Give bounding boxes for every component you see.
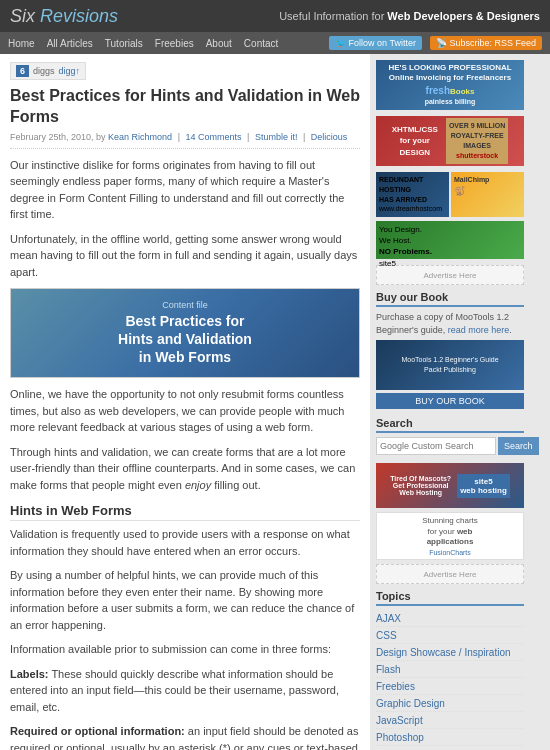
book-image: MooTools 1.2 Beginner's Guide Packt Publ… [376, 340, 524, 390]
main-nav: Home All Articles Tutorials Freebies Abo… [0, 32, 550, 54]
topics-list: AJAX CSS Design Showcase / Inspiration F… [376, 610, 524, 750]
topic-flash: Flash [376, 661, 524, 678]
article-p7: Information available prior to submissio… [10, 641, 360, 658]
sidebar-book-text: Purchase a copy of MooTools 1.2 Beginner… [376, 311, 524, 336]
twitter-link[interactable]: 🐦 Follow on Twitter [329, 36, 422, 50]
site-header: Six Revisions Useful Information for Web… [0, 0, 550, 32]
article-p3: Online, we have the opportunity to not o… [10, 386, 360, 436]
topic-graphic: Graphic Design [376, 695, 524, 712]
nav-home[interactable]: Home [8, 38, 35, 49]
sidebar-search-heading: Search [376, 417, 524, 433]
featured-image: Content file Best Practices for Hints an… [10, 288, 360, 378]
ad-tired[interactable]: Tired Of Mascots?Get ProfessionalWeb Hos… [376, 463, 524, 508]
fi-title: Best Practices for Hints and Validation … [118, 312, 252, 367]
article-h1: Hints in Web Forms [10, 503, 360, 521]
sidebar-search-section: Search Search [376, 417, 524, 455]
fi-small: Content file [162, 300, 208, 310]
nav-contact[interactable]: Contact [244, 38, 278, 49]
ad-site5[interactable]: You Design.We Host.NO Problems.site5 [376, 221, 524, 259]
search-row: Search [376, 437, 524, 455]
topic-freebies: Freebies [376, 678, 524, 695]
digg-count: 6 [16, 65, 29, 77]
ad-fusion[interactable]: Stunning chartsfor your webapplications … [376, 512, 524, 560]
article-p4: Through hints and validation, we can cre… [10, 444, 360, 494]
topic-css: CSS [376, 627, 524, 644]
article-label1: Labels: These should quickly describe wh… [10, 666, 360, 716]
article-label2: Required or optional information: an inp… [10, 723, 360, 750]
article-meta: February 25th, 2010, by Kean Richmond | … [10, 132, 360, 149]
main-content: 6 diggs digg↑ Best Practices for Hints a… [0, 54, 370, 750]
nav-all-articles[interactable]: All Articles [47, 38, 93, 49]
article-delicious[interactable]: Delicious [311, 132, 348, 142]
ad-freshbooks[interactable]: HE'S LOOKING PROFESSIONALOnline Invoicin… [376, 60, 524, 110]
ad-here-1[interactable]: Advertise Here [376, 265, 524, 285]
digg-badge[interactable]: digg↑ [59, 66, 81, 76]
logo-revisions: Revisions [40, 6, 118, 26]
sidebar-book-heading: Buy our Book [376, 291, 524, 307]
ad-redundant-mailchimp[interactable]: REDUNDANTHOSTINGHAS ARRIVEDwww.dreamhost… [376, 172, 524, 217]
sidebar-topics-heading: Topics [376, 590, 524, 606]
sidebar-book-link[interactable]: read more here [448, 325, 510, 335]
nav-about[interactable]: About [206, 38, 232, 49]
article-author[interactable]: Kean Richmond [108, 132, 172, 142]
article-p1: Our instinctive dislike for forms origin… [10, 157, 360, 223]
sidebar: HE'S LOOKING PROFESSIONALOnline Invoicin… [370, 54, 530, 750]
article-title: Best Practices for Hints and Validation … [10, 86, 360, 128]
article-body: Our instinctive dislike for forms origin… [10, 157, 360, 750]
site-logo[interactable]: Six Revisions [10, 6, 118, 27]
topic-photoshop: Photoshop [376, 729, 524, 746]
sidebar-book-section: Buy our Book Purchase a copy of MooTools… [376, 291, 524, 409]
logo-six: Six [10, 6, 40, 26]
ad-here-2[interactable]: Advertise Here [376, 564, 524, 584]
sidebar-topics-section: Topics AJAX CSS Design Showcase / Inspir… [376, 590, 524, 750]
article-comments[interactable]: 14 Comments [186, 132, 242, 142]
search-input[interactable] [376, 437, 496, 455]
nav-freebies[interactable]: Freebies [155, 38, 194, 49]
rss-link[interactable]: 📡 Subscribe: RSS Feed [430, 36, 542, 50]
site-tagline: Useful Information for Web Developers & … [279, 10, 540, 22]
article-date: February 25th, 2010 [10, 132, 91, 142]
page-wrapper: 6 diggs digg↑ Best Practices for Hints a… [0, 54, 550, 750]
topic-ajax: AJAX [376, 610, 524, 627]
digg-label: diggs [33, 66, 55, 76]
nav-tutorials[interactable]: Tutorials [105, 38, 143, 49]
topic-design: Design Showcase / Inspiration [376, 644, 524, 661]
topic-javascript: JavaScript [376, 712, 524, 729]
digg-bar[interactable]: 6 diggs digg↑ [10, 62, 86, 80]
search-button[interactable]: Search [498, 437, 539, 455]
ad-istock[interactable]: XHTML/CSSfor yourDESIGN OVER 9 MILLIONRO… [376, 116, 524, 166]
social-links: 🐦 Follow on Twitter 📡 Subscribe: RSS Fee… [329, 36, 542, 50]
article-p6: By using a number of helpful hints, we c… [10, 567, 360, 633]
article-p5: Validation is frequently used to provide… [10, 526, 360, 559]
article-stumble[interactable]: Stumble it! [255, 132, 298, 142]
topic-pm: Project Management [376, 746, 524, 750]
article-p2: Unfortunately, in the offline world, get… [10, 231, 360, 281]
buy-book-button[interactable]: BUY OUR BOOK [376, 393, 524, 409]
